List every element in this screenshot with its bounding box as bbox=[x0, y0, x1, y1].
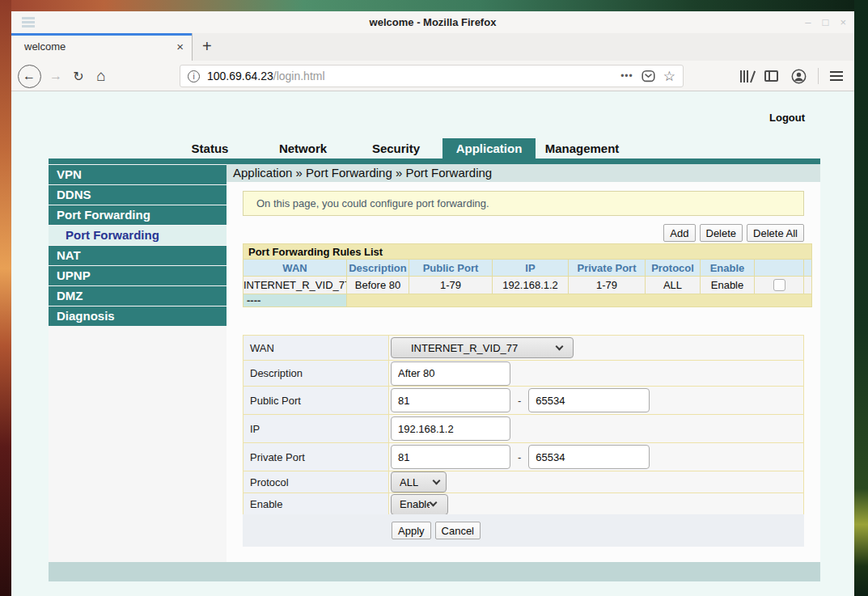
description-input[interactable] bbox=[391, 361, 510, 386]
placeholder-cell: ---- bbox=[243, 294, 346, 306]
sidebar-item-port-forwarding[interactable]: Port Forwarding bbox=[49, 205, 227, 225]
form-label-wan: WAN bbox=[243, 336, 389, 360]
maximize-button[interactable]: □ bbox=[823, 16, 829, 28]
table-placeholder-row: ---- bbox=[243, 294, 811, 306]
col-header-select bbox=[755, 260, 803, 276]
sidebar-item-ddns[interactable]: DDNS bbox=[49, 185, 227, 205]
public-port-from-input[interactable] bbox=[391, 388, 510, 412]
port-forwarding-rules-table: Port Forwarding Rules List WAN Descripti… bbox=[243, 243, 812, 307]
col-header-private-port: Private Port bbox=[569, 260, 645, 276]
ip-input[interactable] bbox=[391, 416, 510, 441]
back-icon: ← bbox=[23, 69, 36, 83]
nav-tab-security[interactable]: Security bbox=[349, 138, 442, 159]
enable-select-value: Enable bbox=[400, 498, 430, 510]
nav-tab-application[interactable]: Application bbox=[442, 138, 536, 159]
app-menu-icon[interactable] bbox=[830, 71, 843, 81]
delete-button[interactable]: Delete bbox=[700, 224, 743, 242]
sidebar-subitem-port-forwarding[interactable]: Port Forwarding bbox=[49, 226, 227, 245]
wan-select-value: INTERNET_R_VID_77 bbox=[411, 342, 557, 354]
info-message: On this page, you could configure port f… bbox=[243, 191, 804, 216]
apply-button[interactable]: Apply bbox=[392, 522, 431, 539]
col-header-protocol: Protocol bbox=[646, 260, 700, 276]
cell-enable: Enable bbox=[701, 277, 754, 294]
sidebar-item-dmz[interactable]: DMZ bbox=[49, 286, 227, 306]
cell-wan: INTERNET_R_VID_77 bbox=[243, 277, 346, 294]
chevron-down-icon bbox=[430, 499, 438, 507]
breadcrumb: Application » Port Forwarding » Port For… bbox=[227, 164, 820, 182]
page-viewport: Logout Status Network Security Applicati… bbox=[11, 91, 854, 596]
toolbar-separator bbox=[818, 68, 819, 84]
wallpaper-left-strip bbox=[0, 0, 11, 596]
cell-public-port: 1-79 bbox=[409, 277, 492, 294]
account-icon[interactable] bbox=[791, 69, 807, 84]
page-actions-icon[interactable]: ••• bbox=[620, 70, 633, 82]
private-port-from-input[interactable] bbox=[391, 445, 510, 469]
protocol-select[interactable]: ALL bbox=[391, 471, 447, 492]
home-icon: ⌂ bbox=[96, 67, 105, 85]
tab-bar: welcome × + bbox=[11, 33, 854, 61]
form-label-enable: Enable bbox=[243, 493, 389, 515]
tab-welcome[interactable]: welcome × bbox=[11, 33, 193, 61]
firefox-window: welcome - Mozilla Firefox – □ × welcome … bbox=[11, 11, 854, 596]
top-navigation: Status Network Security Application Mana… bbox=[163, 138, 629, 159]
pocket-icon[interactable] bbox=[641, 70, 655, 83]
col-header-ip: IP bbox=[493, 260, 568, 276]
title-bar: welcome - Mozilla Firefox – □ × bbox=[11, 11, 854, 33]
col-header-public-port: Public Port bbox=[409, 260, 492, 276]
sidebar-item-nat[interactable]: NAT bbox=[49, 246, 227, 265]
forward-icon: → bbox=[49, 69, 62, 83]
cancel-button[interactable]: Cancel bbox=[435, 522, 481, 539]
chevron-down-icon bbox=[433, 476, 441, 484]
navigation-toolbar: ← → ↻ ⌂ i 100.69.64.23 /login.html ••• ☆ bbox=[11, 61, 854, 91]
window-title: welcome - Mozilla Firefox bbox=[11, 11, 854, 33]
site-info-icon[interactable]: i bbox=[188, 70, 200, 82]
enable-select[interactable]: Enable bbox=[391, 494, 448, 515]
nav-tab-network[interactable]: Network bbox=[256, 138, 349, 159]
form-label-ip: IP bbox=[243, 415, 389, 442]
col-header-spacer bbox=[804, 260, 811, 276]
url-bar[interactable]: i 100.69.64.23 /login.html ••• ☆ bbox=[180, 65, 684, 87]
sidebar-item-diagnosis[interactable]: Diagnosis bbox=[49, 306, 227, 326]
col-header-wan: WAN bbox=[243, 260, 346, 276]
col-header-description: Description bbox=[347, 260, 409, 276]
desktop-wallpaper: welcome - Mozilla Firefox – □ × welcome … bbox=[0, 0, 868, 596]
form-actions: Apply Cancel bbox=[243, 514, 804, 547]
rules-table-title: Port Forwarding Rules List bbox=[243, 244, 811, 259]
form-label-private-port: Private Port bbox=[243, 443, 389, 471]
tab-close-icon[interactable]: × bbox=[176, 33, 184, 61]
new-tab-button[interactable]: + bbox=[202, 33, 212, 59]
logout-link[interactable]: Logout bbox=[769, 112, 805, 124]
forward-button[interactable]: → bbox=[45, 61, 66, 91]
table-row: INTERNET_R_VID_77 Before 80 1-79 192.168… bbox=[243, 277, 811, 294]
sidebar-item-vpn[interactable]: VPN bbox=[49, 165, 227, 184]
reload-button[interactable]: ↻ bbox=[68, 61, 89, 91]
rule-select-checkbox[interactable] bbox=[773, 279, 785, 291]
url-path: /login.html bbox=[273, 70, 325, 82]
nav-tab-status[interactable]: Status bbox=[163, 138, 256, 159]
add-button[interactable]: Add bbox=[663, 224, 695, 242]
cell-ip: 192.168.1.2 bbox=[493, 277, 568, 294]
port-forwarding-form: WAN INTERNET_R_VID_77 Description bbox=[243, 335, 804, 516]
sidebar-toggle-icon[interactable] bbox=[764, 70, 778, 82]
nav-tab-management[interactable]: Management bbox=[536, 138, 629, 159]
sidebar-item-upnp[interactable]: UPNP bbox=[49, 266, 227, 285]
private-port-to-input[interactable] bbox=[528, 445, 650, 469]
public-port-to-input[interactable] bbox=[528, 388, 650, 412]
library-icon[interactable] bbox=[740, 70, 752, 82]
wan-select[interactable]: INTERNET_R_VID_77 bbox=[391, 337, 574, 358]
bookmark-star-icon[interactable]: ☆ bbox=[663, 68, 675, 85]
cell-private-port: 1-79 bbox=[569, 277, 645, 294]
minimize-button[interactable]: – bbox=[805, 16, 811, 28]
col-header-enable: Enable bbox=[701, 260, 754, 276]
wallpaper-top-strip bbox=[0, 0, 868, 11]
delete-all-button[interactable]: Delete All bbox=[747, 224, 804, 242]
home-button[interactable]: ⌂ bbox=[91, 61, 112, 91]
page-footer-bar bbox=[49, 562, 820, 581]
nav-underline-bar bbox=[49, 159, 820, 164]
form-label-protocol: Protocol bbox=[243, 471, 389, 492]
range-separator: - bbox=[518, 395, 521, 407]
chevron-down-icon bbox=[556, 342, 564, 350]
cell-description: Before 80 bbox=[347, 277, 409, 294]
back-button[interactable]: ← bbox=[16, 61, 42, 91]
close-button[interactable]: × bbox=[840, 16, 846, 28]
